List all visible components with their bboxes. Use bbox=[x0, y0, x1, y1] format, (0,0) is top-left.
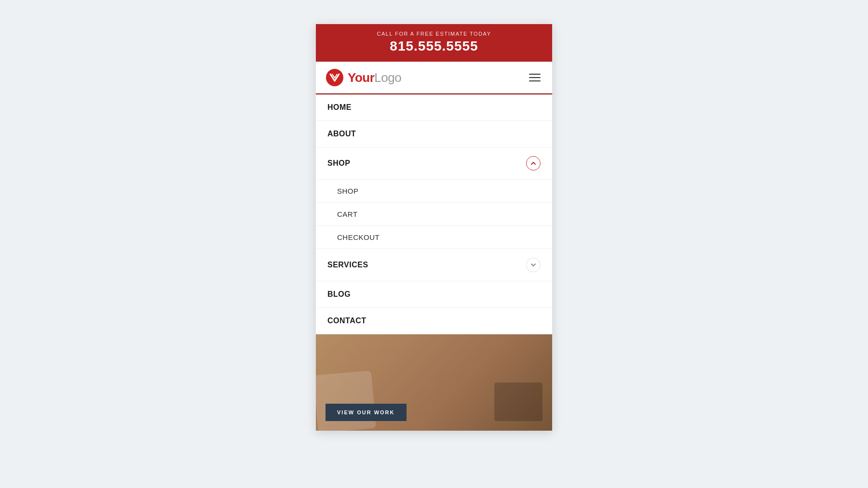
nav-menu: HOME ABOUT SHOP SHOP CART CHECKOUT bbox=[316, 94, 552, 334]
view-work-button[interactable]: VIEW OUR WORK bbox=[326, 404, 407, 421]
subnav-label-checkout: CHECKOUT bbox=[337, 233, 380, 241]
nav-label-shop: SHOP bbox=[327, 159, 350, 168]
hamburger-button[interactable] bbox=[527, 72, 542, 83]
subnav-label-shop: SHOP bbox=[337, 187, 359, 195]
pillow-decoration-left bbox=[316, 370, 376, 431]
subnav-label-cart: CART bbox=[337, 210, 358, 218]
nav-item-about[interactable]: ABOUT bbox=[316, 121, 552, 147]
nav-item-services[interactable]: SERVICES bbox=[316, 249, 552, 281]
logo-icon bbox=[326, 68, 344, 87]
nav-item-shop[interactable]: SHOP bbox=[316, 147, 552, 180]
logo-light: Logo bbox=[374, 70, 401, 85]
subnav-item-cart[interactable]: CART bbox=[316, 203, 552, 226]
hero-area: VIEW OUR WORK bbox=[316, 334, 552, 431]
nav-item-home[interactable]: HOME bbox=[316, 94, 552, 121]
logo-text: YourLogo bbox=[348, 70, 401, 85]
logo[interactable]: YourLogo bbox=[326, 68, 401, 87]
subnav-item-shop[interactable]: SHOP bbox=[316, 180, 552, 203]
hamburger-line-1 bbox=[529, 74, 541, 75]
site-header: YourLogo bbox=[316, 62, 552, 94]
pillow-decoration-right bbox=[494, 382, 542, 421]
hamburger-line-3 bbox=[529, 80, 541, 81]
nav-item-contact[interactable]: CONTACT bbox=[316, 308, 552, 334]
subnav-item-checkout[interactable]: CHECKOUT bbox=[316, 226, 552, 249]
shop-toggle-icon[interactable] bbox=[526, 156, 541, 171]
nav-item-blog[interactable]: BLOG bbox=[316, 281, 552, 308]
banner-call-text: CALL FOR A FREE ESTIMATE TODAY bbox=[326, 31, 542, 37]
nav-label-services: SERVICES bbox=[327, 261, 368, 269]
hamburger-line-2 bbox=[529, 77, 541, 78]
shop-submenu: SHOP CART CHECKOUT bbox=[316, 180, 552, 249]
nav-label-about: ABOUT bbox=[327, 130, 356, 138]
mobile-page: CALL FOR A FREE ESTIMATE TODAY 815.555.5… bbox=[316, 24, 552, 431]
nav-label-blog: BLOG bbox=[327, 290, 351, 299]
banner-phone[interactable]: 815.555.5555 bbox=[326, 39, 542, 54]
top-banner: CALL FOR A FREE ESTIMATE TODAY 815.555.5… bbox=[316, 24, 552, 62]
nav-label-home: HOME bbox=[327, 103, 352, 112]
services-toggle-icon[interactable] bbox=[526, 258, 541, 272]
logo-bold: Your bbox=[348, 70, 374, 85]
nav-label-contact: CONTACT bbox=[327, 317, 366, 325]
